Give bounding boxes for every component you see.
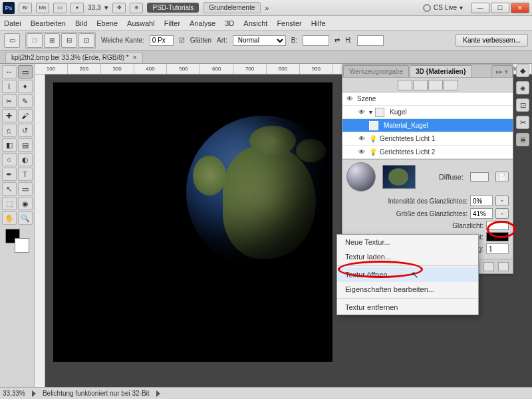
pen-tool[interactable]: ✒	[2, 168, 17, 181]
heal-tool[interactable]: ✚	[2, 109, 17, 122]
feather-input[interactable]	[150, 35, 174, 46]
ctx-remove-texture[interactable]: Textur entfernen	[337, 300, 478, 315]
gloss-size-input[interactable]	[470, 208, 493, 219]
close-button[interactable]: ✕	[511, 3, 529, 13]
type-tool[interactable]: T	[18, 168, 33, 181]
stamp-tool[interactable]: ⎌	[2, 124, 17, 137]
prop-menu-icon[interactable]: ▫	[495, 208, 509, 219]
texture-preview[interactable]	[382, 165, 416, 189]
eye-icon[interactable]: 👁	[357, 134, 366, 144]
hand-icon[interactable]: ✥	[112, 3, 126, 13]
scene-row-light1[interactable]: 👁💡 Gerichtetes Licht 1	[342, 132, 513, 146]
close-tab-icon[interactable]: ×	[133, 54, 137, 61]
status-play-icon[interactable]	[32, 390, 36, 397]
3d-tool[interactable]: ⬚	[2, 197, 17, 210]
menu-bild[interactable]: Bild	[75, 19, 87, 27]
scene-row-root[interactable]: 👁Szene	[342, 92, 513, 106]
ctx-load-texture[interactable]: Textur laden...	[337, 249, 478, 264]
style-select[interactable]: Normal	[233, 35, 286, 46]
scene-row-light2[interactable]: 👁💡 Gerichtetes Licht 2	[342, 146, 513, 159]
sel-intersect-icon[interactable]: ⊡	[78, 33, 94, 48]
status-play-icon[interactable]	[156, 390, 160, 397]
diffuse-texture-menu-button[interactable]: 📄	[495, 172, 509, 182]
sel-sub-icon[interactable]: ⊟	[61, 33, 77, 48]
menu-hilfe[interactable]: Hilfe	[311, 19, 326, 27]
highlight-swatch[interactable]	[486, 221, 509, 230]
antialias-checkbox[interactable]: ☑	[179, 37, 185, 44]
current-tool-icon[interactable]: ▭	[4, 33, 20, 48]
swap-wh-icon[interactable]: ⇄	[334, 37, 340, 44]
crop-tool[interactable]: ✂	[2, 94, 17, 108]
gloss-intensity-input[interactable]	[470, 196, 493, 206]
wand-tool[interactable]: ✦	[18, 80, 33, 93]
shape-tool[interactable]: ▭	[18, 182, 33, 196]
menu-auswahl[interactable]: Auswahl	[127, 19, 155, 27]
mask-panel-icon[interactable]: ✂	[516, 116, 529, 129]
material-preview-sphere[interactable]	[346, 162, 376, 192]
scene-row-material[interactable]: Material_Kugel	[342, 119, 513, 132]
blur-tool[interactable]: ○	[2, 153, 17, 166]
filter-mesh-icon[interactable]	[413, 80, 428, 90]
move-tool[interactable]: ↔	[2, 65, 17, 78]
workspace-more-icon[interactable]: »	[265, 4, 269, 12]
refine-edge-button[interactable]: Kante verbessern...	[456, 34, 528, 47]
tab-3d-materials[interactable]: 3D {Materialien}	[410, 65, 472, 77]
zoom-icon[interactable]: ⊕	[130, 3, 143, 13]
sel-add-icon[interactable]: ⊞	[44, 33, 60, 48]
dodge-tool[interactable]: ◐	[18, 153, 33, 166]
ctx-edit-properties[interactable]: Eigenschaften bearbeiten...	[337, 282, 478, 297]
trash-icon[interactable]	[498, 262, 509, 271]
status-zoom[interactable]: 33,33%	[3, 390, 25, 397]
ctx-open-texture[interactable]: Textur öffnen...	[337, 267, 478, 282]
zoom-tool[interactable]: 🔍	[18, 211, 33, 225]
height-input[interactable]	[357, 35, 384, 46]
filter-light-icon[interactable]	[444, 80, 458, 90]
layers-panel-icon[interactable]: ≣	[516, 133, 529, 146]
new-icon[interactable]	[483, 262, 494, 271]
workspace-active[interactable]: PSD-Tutorials	[147, 3, 199, 13]
gradient-tool[interactable]: ▤	[18, 138, 33, 152]
arrange-icon[interactable]: ▾	[70, 3, 84, 13]
workspace-other[interactable]: Grundelemente	[203, 2, 261, 13]
menu-ansicht[interactable]: Ansicht	[243, 19, 267, 27]
tab-tool-presets[interactable]: Werkzeugvorgabe	[343, 65, 409, 77]
marquee-tool[interactable]: ▭	[18, 65, 33, 78]
menu-fenster[interactable]: Fenster	[277, 19, 301, 27]
zoom-dropdown-icon[interactable]: ▾	[104, 3, 108, 12]
bridge-icon[interactable]: Br	[19, 3, 32, 13]
menu-ebene[interactable]: Ebene	[96, 19, 118, 27]
width-input[interactable]	[303, 35, 329, 46]
swatches-panel-icon[interactable]: ◈	[516, 81, 529, 94]
filter-scene-icon[interactable]	[398, 80, 412, 90]
maximize-button[interactable]: ☐	[491, 3, 509, 13]
lasso-tool[interactable]: ⌇	[2, 80, 17, 93]
sel-new-icon[interactable]: □	[27, 33, 43, 48]
scene-row-kugel[interactable]: 👁▾ Kugel	[342, 106, 513, 119]
eye-icon[interactable]: 👁	[345, 94, 354, 104]
menu-datei[interactable]: Datei	[4, 19, 21, 27]
cs-live[interactable]: CS Live ▾	[423, 4, 463, 12]
menu-analyse[interactable]: Analyse	[190, 19, 215, 27]
diffuse-swatch[interactable]	[470, 172, 489, 182]
minimize-button[interactable]: —	[471, 3, 489, 13]
eye-icon[interactable]: 👁	[357, 108, 366, 117]
minibridge-icon[interactable]: Mb	[36, 3, 49, 13]
zoom-level[interactable]: 33,3	[88, 4, 100, 11]
background-swatch[interactable]	[15, 238, 29, 253]
eyedropper-tool[interactable]: ✎	[18, 94, 33, 108]
ctx-new-texture[interactable]: Neue Textur...	[337, 235, 478, 249]
ambient-swatch[interactable]	[486, 232, 509, 241]
3d-camera-tool[interactable]: ◉	[18, 197, 33, 210]
eraser-tool[interactable]: ◧	[2, 138, 17, 152]
refraction-input[interactable]	[486, 243, 509, 254]
adjust-panel-icon[interactable]: ⊡	[516, 98, 529, 112]
document-tab[interactable]: kplj2th2.bmp bei 33,3% (Erde, RGB/8) * ×	[5, 52, 143, 63]
view-icon[interactable]: ▭	[53, 3, 66, 13]
filter-material-icon[interactable]	[428, 80, 443, 90]
menu-filter[interactable]: Filter	[164, 19, 180, 27]
color-swatches[interactable]	[5, 229, 29, 253]
menu-bearbeiten[interactable]: Bearbeiten	[31, 19, 66, 27]
hand-tool[interactable]: ✋	[2, 211, 17, 225]
path-tool[interactable]: ↖	[2, 182, 17, 196]
prop-menu-icon[interactable]: ▫	[495, 196, 509, 206]
